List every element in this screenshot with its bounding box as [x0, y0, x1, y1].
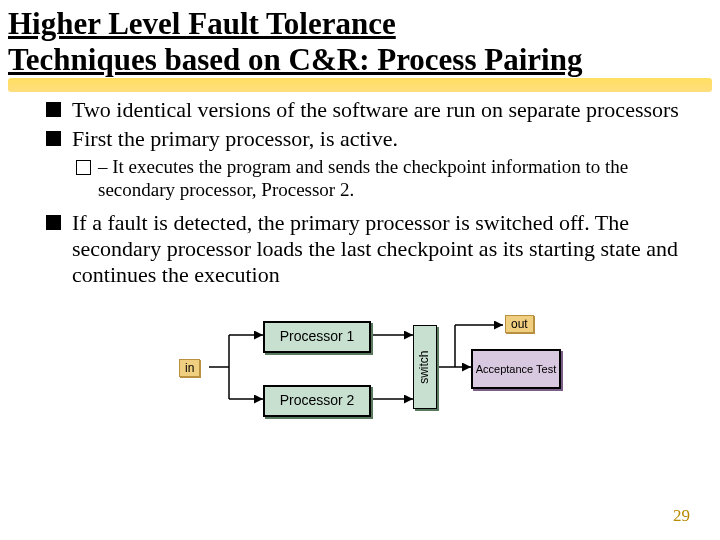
slide: Higher Level Fault Tolerance Techniques …: [0, 0, 720, 540]
in-text: in: [185, 361, 194, 375]
switch-box: switch: [413, 325, 437, 409]
processor-1-text: Processor 1: [280, 328, 355, 345]
acceptance-test-box: Acceptance Test: [471, 349, 561, 389]
title-line-1: Higher Level Fault Tolerance: [8, 6, 396, 41]
sub-bullet-text: – It executes the program and sends the …: [98, 156, 628, 200]
slide-title: Higher Level Fault Tolerance Techniques …: [0, 0, 720, 77]
bullet-item: Two identical versions of the software a…: [46, 97, 680, 123]
processor-1-box: Processor 1: [263, 321, 371, 353]
bullet-text: First the primary processor, is active.: [72, 126, 398, 151]
out-text: out: [511, 317, 528, 331]
bullet-text: Two identical versions of the software a…: [72, 97, 679, 122]
acceptance-test-text: Acceptance Test: [476, 363, 557, 375]
title-line-2: Techniques based on C&R: Process Pairing: [8, 42, 582, 77]
processor-2-box: Processor 2: [263, 385, 371, 417]
content-area: Two identical versions of the software a…: [0, 77, 720, 435]
switch-text: switch: [418, 350, 432, 383]
out-label: out: [505, 315, 534, 333]
page-number: 29: [673, 506, 690, 526]
process-pairing-diagram: in Processor 1 Processor 2 switch out Ac…: [173, 305, 553, 435]
processor-2-text: Processor 2: [280, 392, 355, 409]
sub-bullet-item: – It executes the program and sends the …: [46, 156, 680, 202]
in-label: in: [179, 359, 200, 377]
bullet-item: First the primary processor, is active.: [46, 126, 680, 152]
bullet-item: If a fault is detected, the primary proc…: [46, 210, 680, 289]
bullet-text: If a fault is detected, the primary proc…: [72, 210, 678, 288]
